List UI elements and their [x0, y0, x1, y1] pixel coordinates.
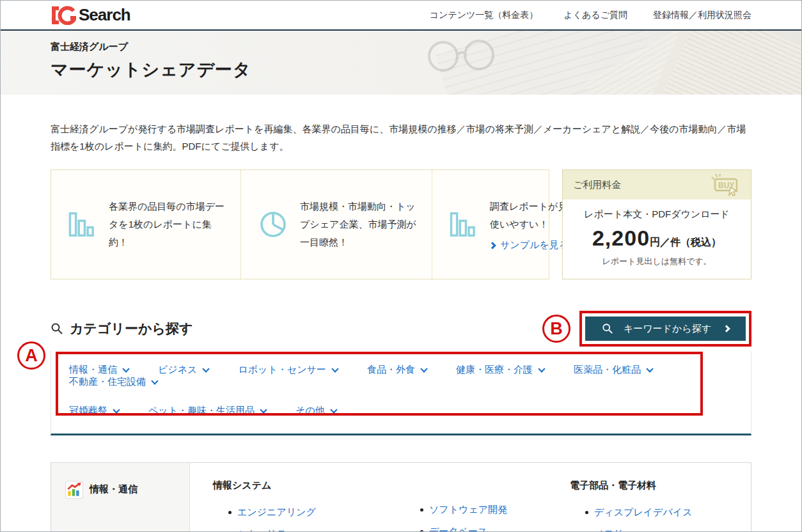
- category-business[interactable]: ビジネス: [158, 364, 208, 376]
- link-database[interactable]: データベース: [429, 526, 487, 532]
- category-realestate-housing[interactable]: 不動産・住宅設備: [69, 376, 157, 388]
- page: Search コンテンツ一覧（料金表） よくあるご質問 登録情報／利用状況照会 …: [0, 0, 802, 532]
- category-nav: A 情報・通信 ビジネス ロボット・センサー 食品・外食 健康・医療・介護 医薬…: [51, 351, 751, 435]
- detail-category-label: 情報・通信: [90, 481, 138, 496]
- category-health-medical-care[interactable]: 健康・医療・介護: [456, 364, 544, 376]
- intro-text: 富士経済グループが発行する市場調査レポートを再編集、各業界の品目毎に、市場規模の…: [51, 120, 753, 155]
- chevron-down-icon: [330, 406, 337, 413]
- bar-chart-icon: [449, 210, 478, 239]
- list-item: メモリー: [570, 528, 751, 532]
- keyword-search-label: キーワードから探す: [624, 323, 711, 335]
- list-item: ソフトウェア開発: [405, 504, 570, 516]
- category-detail-panel: 情報・通信 情報システム エンジニアリング セキュリティ ソフトウェア開発: [51, 462, 751, 532]
- buy-icon: BUY: [711, 173, 741, 196]
- chevron-down-icon: [203, 365, 210, 372]
- link-security[interactable]: セキュリティ: [237, 528, 296, 532]
- pricing-header: ご利用料金 BUY: [563, 170, 751, 199]
- chevron-down-icon: [151, 377, 158, 384]
- top-nav: コンテンツ一覧（料金表） よくあるご質問 登録情報／利用状況照会: [430, 10, 751, 21]
- nav-registration-usage[interactable]: 登録情報／利用状況照会: [653, 10, 751, 21]
- feature-box-1: 各業界の品目毎の市場データを1枚のレポートに集約！: [51, 170, 241, 279]
- category-food[interactable]: 食品・外食: [367, 364, 427, 376]
- feature-pricing-row: 各業界の品目毎の市場データを1枚のレポートに集約！ 市場規模・市場動向・トップシ…: [51, 169, 751, 279]
- category-robot-sensor[interactable]: ロボット・センサー: [238, 364, 337, 376]
- link-memory[interactable]: メモリー: [594, 528, 633, 532]
- category-row-2: 冠婚葬祭 ペット・趣味・生活用品 その他: [69, 405, 751, 417]
- chevron-down-icon: [122, 365, 129, 372]
- price-unit: 円／件（税込）: [650, 237, 721, 247]
- feature-boxes: 各業界の品目毎の市場データを1枚のレポートに集約！ 市場規模・市場動向・トップシ…: [51, 169, 549, 279]
- hero-group-name: 富士経済グループ: [51, 41, 801, 53]
- link-engineering[interactable]: エンジニアリング: [237, 506, 316, 519]
- category-pet-hobby-daily[interactable]: ペット・趣味・生活用品: [148, 405, 266, 417]
- category-pharma-cosmetics[interactable]: 医薬品・化粧品: [574, 364, 652, 376]
- list-item: セキュリティ: [213, 528, 405, 532]
- feature-text: 各業界の品目毎の市場データを1枚のレポートに集約！: [109, 198, 228, 251]
- pricing-note: レポート見出しは無料です。: [563, 256, 751, 267]
- chevron-right-icon: [489, 242, 496, 249]
- pricing-product: レポート本文・PDFダウンロード: [563, 208, 751, 221]
- link-software-development[interactable]: ソフトウェア開発: [429, 504, 507, 516]
- category-row-1: 情報・通信 ビジネス ロボット・センサー 食品・外食 健康・医療・介護 医薬品・…: [69, 364, 751, 388]
- site-header: Search コンテンツ一覧（料金表） よくあるご質問 登録情報／利用状況照会: [1, 1, 801, 31]
- hero-banner: 富士経済グループ マーケットシェアデータ: [1, 31, 801, 95]
- detail-sidebar: 情報・通信: [51, 463, 190, 532]
- category-ceremonial[interactable]: 冠婚葬祭: [69, 405, 119, 417]
- nav-faq[interactable]: よくあるご質問: [563, 10, 627, 21]
- price-line: 2,200円／件（税込）: [563, 226, 751, 251]
- list-item: データベース: [405, 526, 570, 532]
- detail-main: 情報システム エンジニアリング セキュリティ ソフトウェア開発 データベース: [190, 463, 751, 532]
- link-display-device[interactable]: ディスプレイデバイス: [594, 506, 693, 519]
- chevron-down-icon: [331, 365, 338, 372]
- feature-text: 市場規模・市場動向・トップシェア企業、市場予測が一目瞭然！: [300, 198, 419, 251]
- pricing-body: レポート本文・PDFダウンロード 2,200円／件（税込） レポート見出しは無料…: [563, 199, 751, 267]
- category-others[interactable]: その他: [295, 405, 336, 417]
- list-item: エンジニアリング: [213, 506, 405, 519]
- bullet-icon: [585, 511, 588, 514]
- chevron-down-icon: [420, 365, 427, 372]
- category-heading: カテゴリーから探す: [70, 320, 193, 338]
- chevron-down-icon: [260, 406, 267, 413]
- nav-contents-pricing[interactable]: コンテンツ一覧（料金表）: [430, 10, 539, 21]
- list-item: ディスプレイデバイス: [570, 506, 751, 519]
- view-sample-link[interactable]: サンプルを見る: [490, 239, 569, 251]
- annotation-circle-a: A: [17, 341, 45, 370]
- pie-chart-icon: [258, 209, 288, 240]
- search-icon: [602, 323, 613, 334]
- keyword-search-button[interactable]: キーワードから探す: [585, 317, 746, 341]
- feature-box-2: 市場規模・市場動向・トップシェア企業、市場予測が一目瞭然！: [241, 170, 432, 279]
- annotation-box-b: キーワードから探す: [579, 311, 751, 347]
- detail-group1-heading: 情報システム: [213, 480, 405, 492]
- search-icon: [51, 322, 63, 335]
- detail-group2-heading: 電子部品・電子材料: [570, 480, 751, 492]
- chevron-down-icon: [113, 406, 120, 413]
- pricing-box: ご利用料金 BUY レポート本文・PDFダウンロード 2,200円／件（税込） …: [562, 169, 751, 279]
- bullet-icon: [420, 508, 423, 512]
- chevron-down-icon: [538, 365, 545, 372]
- chart-growth-icon: [65, 481, 83, 499]
- bar-chart-icon: [68, 210, 97, 239]
- pricing-header-label: ご利用料金: [573, 179, 621, 191]
- chevron-down-icon: [646, 365, 653, 372]
- bullet-icon: [228, 511, 232, 514]
- chevron-right-icon: [723, 325, 730, 332]
- view-sample-label: サンプルを見る: [500, 239, 569, 251]
- category-info-telecom[interactable]: 情報・通信: [69, 364, 129, 376]
- site-logo[interactable]: Search: [51, 5, 130, 25]
- gsearch-logo-icon: [51, 6, 76, 25]
- page-title: マーケットシェアデータ: [51, 58, 801, 81]
- price-amount: 2,200: [592, 226, 650, 250]
- site-logo-text: Search: [79, 5, 130, 25]
- category-section-header: カテゴリーから探す B キーワードから探す: [51, 309, 751, 348]
- annotation-circle-b: B: [542, 315, 570, 343]
